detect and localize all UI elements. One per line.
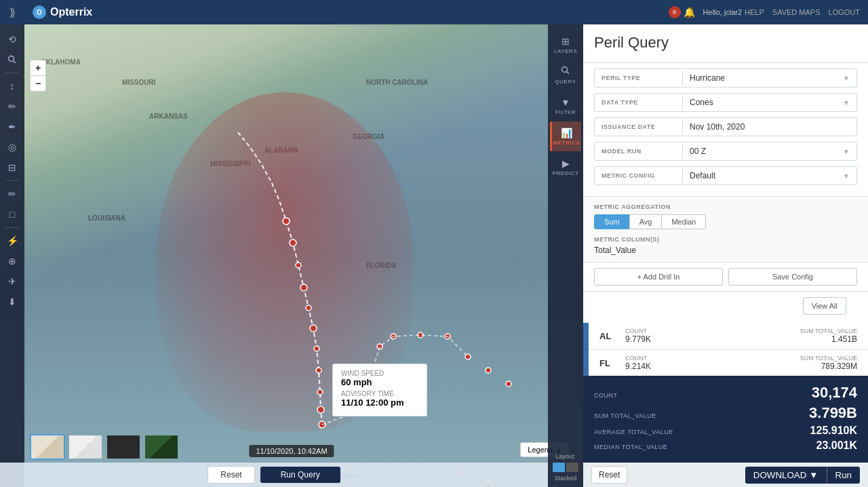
map-tile-selector[interactable] [30, 434, 179, 460]
issuance-date-filter[interactable]: ISSUANCE DATE Nov 10th, 2020 [594, 117, 857, 136]
peril-type-filter[interactable]: PERIL TYPE Hurricane ▼ [594, 69, 857, 87]
results-list: AL COUNT 9.779K SUM TOTAL_VALUE 1.451B F… [583, 323, 868, 376]
add-drill-in-button[interactable]: + Add Drill In [594, 268, 723, 286]
total-count-value: 30,174 [812, 384, 857, 402]
result-data-al: COUNT 9.779K [625, 328, 800, 344]
logo-icon: O [33, 5, 46, 19]
header-links: HELP SAVED MAPS LOGOUT [745, 8, 860, 16]
agg-avg-button[interactable]: Avg [629, 214, 663, 229]
side-tool-layers[interactable]: ⊞ LAYERS [550, 30, 581, 60]
model-run-filter[interactable]: MODEL RUN 00 Z ▼ [594, 142, 857, 161]
reset-button-panel[interactable]: Reset [591, 466, 627, 484]
svg-line-23 [567, 72, 570, 75]
metric-aggregation-section: METRIC AGGREGATION Sum Avg Median METRIC… [583, 197, 868, 262]
side-tool-query[interactable]: QUERY [550, 60, 581, 90]
model-run-select[interactable]: 00 Z ▼ [683, 142, 856, 160]
toolbar-layers-tool[interactable]: ⊟ [3, 158, 22, 177]
total-avg-row: AVERAGE TOTAL_VALUE 125.910K [594, 425, 857, 437]
toolbar-square[interactable]: □ [3, 205, 22, 224]
zoom-out-button[interactable]: − [30, 75, 46, 92]
predict-icon: ▶ [562, 158, 570, 169]
map-tile-dark[interactable] [106, 434, 141, 460]
toolbar-move[interactable]: ↕ [3, 77, 22, 96]
data-type-value: Cones [690, 98, 713, 107]
toolbar-download[interactable]: ⬇ [3, 292, 22, 311]
help-link[interactable]: HELP [745, 8, 764, 16]
total-median-row: MEDIAN TOTAL_VALUE 23.001K [594, 440, 857, 452]
download-button[interactable]: DOWNLOAD ▼ [745, 467, 827, 484]
zoom-in-button[interactable]: + [30, 60, 46, 76]
view-all-button[interactable]: View All [803, 297, 846, 315]
agg-sum-button[interactable]: Sum [594, 214, 630, 229]
side-tool-metrics[interactable]: 📊 METRICS [550, 121, 581, 151]
total-median-value: 23.001K [816, 440, 858, 452]
toolbar-search[interactable] [3, 50, 22, 69]
layout-area: Layout: Stacked [553, 453, 578, 487]
download-arrow: ▼ [809, 470, 818, 480]
user-greeting: Hello, jclar2 [703, 8, 742, 16]
total-avg-label: AVERAGE TOTAL_VALUE [594, 429, 673, 435]
header: ⟫ O Opterrix 8 🔔 Hello, jclar2 HELP SAVE… [0, 0, 868, 24]
notification-count[interactable]: 8 [669, 6, 681, 18]
data-type-filter[interactable]: DATA TYPE Cones ▼ [594, 93, 857, 112]
toolbar-refresh[interactable]: ⟲ [3, 30, 22, 49]
model-run-arrow: ▼ [843, 148, 850, 155]
data-type-select[interactable]: Cones ▼ [683, 94, 856, 111]
issuance-date-value: Nov 10th, 2020 [690, 122, 745, 132]
expand-button[interactable]: ⟫ [0, 0, 24, 24]
notification-bell[interactable]: 8 🔔 [669, 6, 695, 18]
map-tile-streets[interactable] [30, 434, 65, 460]
result-row-fl: FL COUNT 9.214K SUM TOTAL_VALUE 789.329M [589, 350, 868, 376]
agg-median-button[interactable]: Median [661, 214, 706, 229]
wind-value: 60 mph [341, 377, 418, 387]
total-median-label: MEDIAN TOTAL_VALUE [594, 444, 667, 450]
peril-type-select[interactable]: Hurricane ▼ [683, 69, 856, 87]
map-timestamp: 11/10/2020, 10:42AM [249, 445, 334, 457]
toolbar-draw[interactable]: ✒ [3, 117, 22, 136]
metric-config-filter[interactable]: METRIC CONFIG Default ▼ [594, 166, 857, 185]
stacked-label: Stacked [555, 475, 577, 482]
data-type-label: DATA TYPE [601, 99, 675, 106]
toolbar-edit[interactable]: ✏ [3, 97, 22, 116]
issuance-date-label-col: ISSUANCE DATE [595, 119, 683, 134]
toolbar-sep-3 [5, 227, 19, 228]
map-tile-satellite[interactable] [144, 434, 179, 460]
side-tool-filter[interactable]: ▼ FILTER [550, 91, 581, 121]
filter-icon: ▼ [561, 97, 570, 108]
filter-section: PERIL TYPE Hurricane ▼ DATA TYPE Cones ▼… [583, 63, 868, 197]
right-panel: Peril Query PERIL TYPE Hurricane ▼ DATA … [583, 24, 868, 463]
toolbar-plane[interactable]: ✈ [3, 272, 22, 291]
toolbar-pencil[interactable]: ✏ [3, 184, 22, 203]
metric-agg-buttons: Sum Avg Median [594, 214, 857, 229]
toolbar-sep-2 [5, 180, 19, 181]
peril-type-label: PERIL TYPE [601, 75, 675, 81]
layout-grid[interactable] [566, 463, 578, 472]
issuance-date-select[interactable]: Nov 10th, 2020 [683, 118, 856, 136]
total-sum-label: SUM TOTAL_VALUE [594, 412, 656, 419]
advisory-value: 11/10 12:00 pm [341, 397, 418, 408]
bottom-bar-map: Reset Run Query [0, 463, 548, 487]
download-label: DOWNLOAD [753, 470, 807, 480]
logout-link[interactable]: LOGOUT [829, 8, 860, 16]
side-tools: ⊞ LAYERS QUERY ▼ FILTER 📊 METRICS ▶ PRED… [548, 24, 583, 487]
result-state-fl: FL [599, 358, 620, 368]
side-tool-predict[interactable]: ▶ PREDICT [550, 152, 581, 182]
map-container[interactable]: ARKANSAS MISSISSIPPI ALABAMA GEORGIA MIS… [0, 24, 583, 487]
layout-stacked[interactable] [553, 463, 565, 472]
issuance-date-label: ISSUANCE DATE [601, 123, 675, 130]
layout-buttons [553, 463, 578, 472]
toolbar-crosshair[interactable]: ⊕ [3, 252, 22, 271]
saved-maps-link[interactable]: SAVED MAPS [772, 8, 821, 16]
toolbar-target[interactable]: ◎ [3, 138, 22, 157]
wind-label: WIND SPEED [341, 370, 418, 377]
reset-button-map[interactable]: Reset [208, 466, 254, 484]
run-button[interactable]: Run [827, 467, 860, 484]
map-tile-light[interactable] [68, 434, 103, 460]
run-query-button[interactable]: Run Query [260, 467, 340, 483]
zoom-controls[interactable]: + − [30, 60, 46, 92]
total-count-row: COUNT 30,174 [594, 384, 857, 402]
save-config-button[interactable]: Save Config [728, 268, 857, 286]
toolbar-lightning[interactable]: ⚡ [3, 231, 22, 250]
toolbar-sep-1 [5, 73, 19, 73]
metric-config-select[interactable]: Default ▼ [683, 167, 856, 184]
